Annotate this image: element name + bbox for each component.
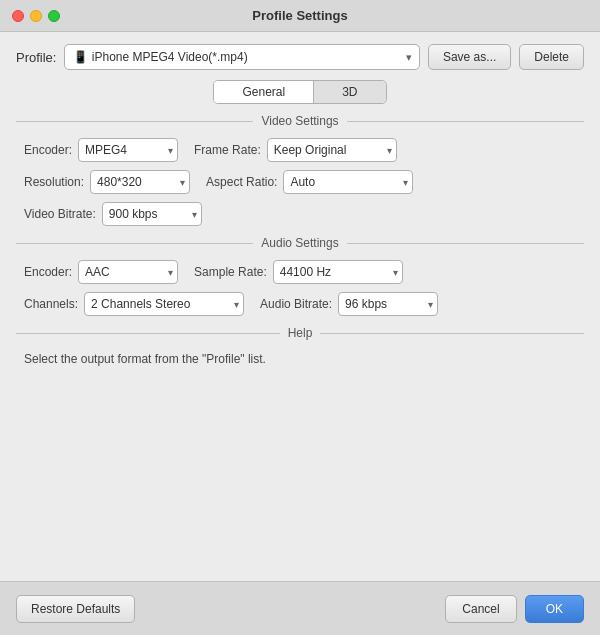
audio-settings-header: Audio Settings [16, 236, 584, 250]
profile-select-wrapper[interactable]: 📱 iPhone MPEG4 Video(*.mp4) iPad MPEG4 V… [64, 44, 419, 70]
restore-defaults-button[interactable]: Restore Defaults [16, 595, 135, 623]
ok-button[interactable]: OK [525, 595, 584, 623]
channels-field: Channels: 2 Channels Stereo 1 Channel Mo… [24, 292, 244, 316]
aspect-ratio-select[interactable]: Auto 4:3 16:9 [283, 170, 413, 194]
tab-group: General 3D [213, 80, 386, 104]
audio-bitrate-select[interactable]: 96 kbps 128 kbps 192 kbps [338, 292, 438, 316]
video-settings-body: Encoder: MPEG4 H.264 H.265 Frame Rate: K… [16, 138, 584, 226]
encoder-select[interactable]: MPEG4 H.264 H.265 [78, 138, 178, 162]
video-row-2: Resolution: 480*320 720*480 1280*720 Asp… [24, 170, 576, 194]
sample-rate-select-wrapper[interactable]: 44100 Hz 22050 Hz 48000 Hz [273, 260, 403, 284]
help-title: Help [288, 326, 313, 340]
sample-rate-select[interactable]: 44100 Hz 22050 Hz 48000 Hz [273, 260, 403, 284]
audio-encoder-select[interactable]: AAC MP3 AC3 [78, 260, 178, 284]
delete-button[interactable]: Delete [519, 44, 584, 70]
audio-settings-section: Audio Settings Encoder: AAC MP3 AC3 [16, 236, 584, 316]
sample-rate-field: Sample Rate: 44100 Hz 22050 Hz 48000 Hz [194, 260, 403, 284]
video-settings-line-left [16, 121, 253, 122]
channels-select-wrapper[interactable]: 2 Channels Stereo 1 Channel Mono [84, 292, 244, 316]
resolution-field: Resolution: 480*320 720*480 1280*720 [24, 170, 190, 194]
aspect-ratio-field: Aspect Ratio: Auto 4:3 16:9 [206, 170, 413, 194]
traffic-lights [12, 10, 60, 22]
help-section: Help Select the output format from the "… [16, 326, 584, 368]
audio-row-1: Encoder: AAC MP3 AC3 Sample Rate: 44100 … [24, 260, 576, 284]
video-settings-title: Video Settings [261, 114, 338, 128]
audio-settings-line-left [16, 243, 253, 244]
cancel-button[interactable]: Cancel [445, 595, 516, 623]
audio-row-2: Channels: 2 Channels Stereo 1 Channel Mo… [24, 292, 576, 316]
help-header: Help [16, 326, 584, 340]
encoder-select-wrapper[interactable]: MPEG4 H.264 H.265 [78, 138, 178, 162]
help-line-right [320, 333, 584, 334]
frame-rate-label: Frame Rate: [194, 143, 261, 157]
video-bitrate-select[interactable]: 900 kbps 1500 kbps 2000 kbps [102, 202, 202, 226]
resolution-label: Resolution: [24, 175, 84, 189]
footer-right: Cancel OK [445, 595, 584, 623]
video-bitrate-field: Video Bitrate: 900 kbps 1500 kbps 2000 k… [24, 202, 202, 226]
resolution-select[interactable]: 480*320 720*480 1280*720 [90, 170, 190, 194]
frame-rate-select-wrapper[interactable]: Keep Original 24 fps 30 fps [267, 138, 397, 162]
audio-bitrate-field: Audio Bitrate: 96 kbps 128 kbps 192 kbps [260, 292, 438, 316]
video-row-1: Encoder: MPEG4 H.264 H.265 Frame Rate: K… [24, 138, 576, 162]
audio-bitrate-label: Audio Bitrate: [260, 297, 332, 311]
close-button[interactable] [12, 10, 24, 22]
minimize-button[interactable] [30, 10, 42, 22]
video-settings-header: Video Settings [16, 114, 584, 128]
audio-settings-line-right [347, 243, 584, 244]
encoder-field: Encoder: MPEG4 H.264 H.265 [24, 138, 178, 162]
help-line-left [16, 333, 280, 334]
profile-select[interactable]: 📱 iPhone MPEG4 Video(*.mp4) iPad MPEG4 V… [64, 44, 419, 70]
profile-row: Profile: 📱 iPhone MPEG4 Video(*.mp4) iPa… [16, 44, 584, 70]
audio-bitrate-select-wrapper[interactable]: 96 kbps 128 kbps 192 kbps [338, 292, 438, 316]
help-text: Select the output format from the "Profi… [16, 350, 584, 368]
save-as-button[interactable]: Save as... [428, 44, 511, 70]
channels-label: Channels: [24, 297, 78, 311]
video-settings-section: Video Settings Encoder: MPEG4 H.264 H.26… [16, 114, 584, 226]
window-title: Profile Settings [252, 8, 347, 23]
aspect-ratio-select-wrapper[interactable]: Auto 4:3 16:9 [283, 170, 413, 194]
frame-rate-field: Frame Rate: Keep Original 24 fps 30 fps [194, 138, 397, 162]
audio-encoder-field: Encoder: AAC MP3 AC3 [24, 260, 178, 284]
video-row-3: Video Bitrate: 900 kbps 1500 kbps 2000 k… [24, 202, 576, 226]
audio-encoder-label: Encoder: [24, 265, 72, 279]
channels-select[interactable]: 2 Channels Stereo 1 Channel Mono [84, 292, 244, 316]
resolution-select-wrapper[interactable]: 480*320 720*480 1280*720 [90, 170, 190, 194]
tab-bar: General 3D [16, 80, 584, 104]
video-bitrate-label: Video Bitrate: [24, 207, 96, 221]
sample-rate-label: Sample Rate: [194, 265, 267, 279]
video-bitrate-select-wrapper[interactable]: 900 kbps 1500 kbps 2000 kbps [102, 202, 202, 226]
profile-label: Profile: [16, 50, 56, 65]
title-bar: Profile Settings [0, 0, 600, 32]
audio-settings-title: Audio Settings [261, 236, 338, 250]
footer: Restore Defaults Cancel OK [0, 581, 600, 635]
aspect-ratio-label: Aspect Ratio: [206, 175, 277, 189]
encoder-label: Encoder: [24, 143, 72, 157]
spacer [16, 378, 584, 569]
tab-general[interactable]: General [214, 81, 314, 103]
main-content: Profile: 📱 iPhone MPEG4 Video(*.mp4) iPa… [0, 32, 600, 581]
audio-settings-body: Encoder: AAC MP3 AC3 Sample Rate: 44100 … [16, 260, 584, 316]
tab-3d[interactable]: 3D [314, 81, 385, 103]
video-settings-line-right [347, 121, 584, 122]
maximize-button[interactable] [48, 10, 60, 22]
audio-encoder-select-wrapper[interactable]: AAC MP3 AC3 [78, 260, 178, 284]
frame-rate-select[interactable]: Keep Original 24 fps 30 fps [267, 138, 397, 162]
